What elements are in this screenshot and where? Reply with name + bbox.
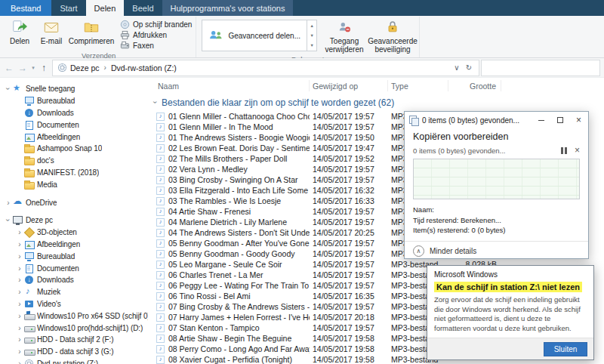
chevron-right-icon[interactable] (16, 312, 23, 320)
column-header-naam[interactable]: Naam (148, 80, 310, 91)
sidebar-item-video-s[interactable]: Video's (0, 298, 148, 310)
sidebar-item-bureaublad[interactable]: Bureaublad (0, 95, 148, 107)
sidebar-item-snelle-toegang[interactable]: Snelle toegang (0, 83, 148, 95)
progress-items-label: Item(s) resterend: 0 (0 bytes) (413, 225, 580, 236)
address-dropdown-icon[interactable]: ∨ (451, 63, 463, 72)
column-header-type[interactable]: Type (388, 80, 448, 91)
music-note-icon (156, 292, 165, 301)
chevron-right-icon[interactable] (16, 288, 23, 296)
gallery-scroll-up-icon[interactable]: ▴ (310, 23, 313, 29)
gallery-more-icon[interactable]: ▾ (310, 42, 313, 48)
tab-bestand[interactable]: Bestand (0, 0, 51, 16)
chevron-right-icon[interactable] (16, 252, 23, 261)
sidebar-item-manifest-2018[interactable]: MANIFEST. (2018) (0, 167, 148, 179)
progress-dialog-titlebar[interactable]: 0 items (0 bytes) gevonden... × (405, 112, 588, 128)
chevron-right-icon[interactable] (16, 276, 23, 284)
sidebar-item-downloads[interactable]: Downloads (0, 274, 148, 286)
sidebar-item-windows10-pro-hdd-schijf1-d[interactable]: Windows10 pro(hdd-schijf1) (D:) (0, 322, 148, 334)
address-bar[interactable]: Deze pc › Dvd-rw-station (Z:) ∨ ↻ (52, 60, 479, 76)
compress-button[interactable]: Comprimeren (67, 17, 116, 46)
sidebar-item-ashampoo-snap-10[interactable]: Ashampoo Snap 10 (0, 143, 148, 155)
tab-beeld[interactable]: Beeld (124, 0, 162, 16)
breadcrumb-item-current[interactable]: Dvd-rw-station (Z:) (111, 63, 177, 72)
music-note-icon (156, 123, 165, 131)
sidebar-item-deze-pc[interactable]: Deze pc (0, 214, 148, 227)
maximize-button[interactable] (550, 112, 569, 128)
pause-icon[interactable] (561, 147, 567, 154)
chevron-right-icon[interactable] (16, 264, 23, 273)
sidebar-item-documenten[interactable]: Documenten (0, 119, 148, 131)
email-button[interactable]: E-mail (35, 17, 67, 46)
forward-icon[interactable]: → (16, 60, 29, 76)
chevron-right-icon[interactable] (16, 228, 23, 236)
search-input[interactable] (481, 60, 600, 76)
error-dialog-footer: Sluiten (427, 338, 593, 359)
sidebar-item-label: Dvd-rw-station (Z:) (37, 359, 98, 364)
sluiten-button[interactable]: Sluiten (544, 342, 587, 356)
folder-icon (23, 180, 35, 190)
file-group-header[interactable]: Bestanden die klaar zijn om op schijf te… (148, 94, 604, 111)
printer-icon (119, 30, 131, 40)
group-collapse-chevron-icon[interactable] (152, 98, 159, 106)
up-icon[interactable]: ↑ (37, 60, 51, 76)
details-toggle[interactable]: ∧ Minder details (413, 242, 580, 261)
minimize-button[interactable] (532, 112, 550, 128)
tab-hulpprogrammas-voor-stations[interactable]: Hulpprogramma's voor stations (162, 0, 294, 16)
back-icon[interactable]: ← (2, 60, 16, 76)
sidebar-item-dvd-rw-station-z[interactable]: Dvd-rw-station (Z:) (0, 358, 148, 364)
burn-to-disc-button[interactable]: Op schijf branden (119, 19, 192, 29)
advanced-security-label: Geavanceerde beveiliging (368, 37, 418, 54)
remove-access-icon (337, 19, 352, 35)
share-button[interactable]: Delen (4, 17, 35, 46)
print-button[interactable]: Afdrukken (119, 29, 192, 40)
progress-action-label: Kopiëren voorbereiden (413, 131, 580, 142)
recent-locations-chevron-icon[interactable]: ▾ (29, 60, 37, 76)
chevron-right-icon[interactable] (16, 300, 23, 308)
sidebar-item-downloads[interactable]: Downloads (0, 107, 148, 119)
sidebar-item-bureaublad[interactable]: Bureaublad (0, 250, 148, 262)
file-name: 05 Benny Goodman - Goody Goody (168, 249, 295, 258)
sidebar-item-hdd-data-schijf-3-g[interactable]: HDD - data schijf 3 (G:) (0, 346, 148, 358)
chevron-down-icon[interactable] (5, 85, 12, 93)
sidebar-item-media[interactable]: Media (0, 178, 148, 190)
cancel-copy-icon[interactable]: × (575, 146, 580, 155)
sidebar-item-windows10-pro-x64-ssd-schijf-0-c[interactable]: Windows10 Pro x64 SSD (schijf 0) (C:) (0, 310, 148, 322)
tab-delen[interactable]: Delen (86, 0, 125, 16)
fax-button[interactable]: Faxen (119, 40, 192, 51)
pc-icon (12, 215, 23, 225)
tab-start[interactable]: Start (51, 0, 85, 16)
gallery-scroll-down-icon[interactable]: ▾ (310, 32, 313, 39)
gallery-scroll-buttons[interactable]: ▴ ▾ ▾ (307, 20, 316, 51)
music-note-icon (156, 282, 165, 290)
breadcrumb-item-deze-pc[interactable]: Deze pc (70, 63, 100, 72)
chevron-right-icon[interactable] (16, 347, 23, 356)
close-button[interactable]: × (569, 112, 588, 128)
chevron-right-icon[interactable] (16, 335, 23, 344)
chevron-right-icon[interactable] (16, 240, 23, 248)
sidebar-item-afbeeldingen[interactable]: Afbeeldingen (0, 131, 148, 143)
sidebar-item-documenten[interactable]: Documenten (0, 262, 148, 274)
file-modified: 14/05/2017 19:57 (310, 249, 388, 258)
chevron-right-icon[interactable] (5, 199, 12, 207)
advanced-security-icon (385, 19, 400, 35)
column-header-gewijzigd-op[interactable]: Gewijzigd op (310, 80, 388, 91)
refresh-icon[interactable]: ↻ (463, 63, 475, 72)
star-icon (12, 84, 23, 94)
file-modified: 14/05/2017 19:57 (310, 302, 388, 311)
sidebar-item-muziek[interactable]: Muziek (0, 286, 148, 298)
file-modified: 14/05/2017 19:47 (310, 143, 388, 153)
sidebar-item-doc-s[interactable]: doc's (0, 155, 148, 167)
column-header-grootte[interactable]: Grootte (448, 80, 501, 91)
file-name: 05 Benny Goodman - After You've Gone (168, 239, 309, 248)
remove-access-button[interactable]: Toegang verwijderen (320, 17, 368, 54)
copy-progress-dialog: 0 items (0 bytes) gevonden... × Kopiëren… (404, 111, 589, 259)
chevron-right-icon[interactable] (16, 324, 23, 332)
sidebar-item-hdd-data-schijf-2-f[interactable]: HDD - Data schijf 2 (F:) (0, 334, 148, 346)
sidebar-item-3d-objecten[interactable]: 3D-objecten (0, 227, 148, 239)
chevron-right-icon[interactable] (16, 359, 23, 364)
sidebar-item-onedrive[interactable]: OneDrive (0, 196, 148, 208)
sidebar-item-afbeeldingen[interactable]: Afbeeldingen (0, 239, 148, 251)
advanced-security-button[interactable]: Geavanceerde beveiliging (368, 17, 417, 54)
chevron-down-icon[interactable] (5, 216, 12, 224)
advanced-sharing-button[interactable]: Geavanceerd delen... (202, 20, 307, 51)
